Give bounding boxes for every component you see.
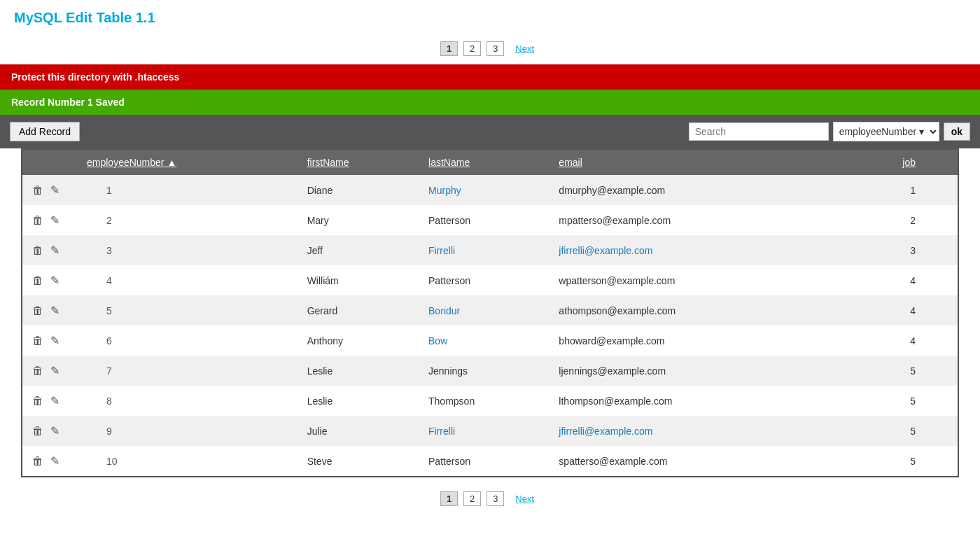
table-row: 🗑 ✎ 8LeslieThompsonlthompson@example.com… — [22, 386, 958, 416]
page-1-top[interactable]: 1 — [440, 41, 458, 56]
table-row: 🗑 ✎ 6AnthonyBowbhoward@example.com4 — [22, 326, 958, 356]
page-1-bottom[interactable]: 1 — [440, 491, 458, 506]
app-title: MySQL Edit Table 1.1 — [0, 0, 980, 36]
alert-red: Protect this directory with .htaccess — [0, 64, 980, 90]
sort-job[interactable]: job — [902, 157, 916, 168]
cell-employeeNumber: 5 — [78, 295, 299, 326]
edit-button[interactable]: ✎ — [49, 302, 61, 318]
cell-email: jfirrelli@example.com — [550, 416, 826, 446]
edit-button[interactable]: ✎ — [49, 453, 61, 469]
table-wrapper: employeeNumber ▲ firstName lastName emai… — [21, 148, 959, 477]
cell-firstName: Leslie — [299, 386, 420, 416]
sort-employeeNumber[interactable]: employeeNumber ▲ — [87, 157, 176, 168]
data-table: employeeNumber ▲ firstName lastName emai… — [22, 150, 958, 476]
cell-lastName: Patterson — [420, 265, 550, 295]
sort-lastName[interactable]: lastName — [428, 157, 470, 168]
delete-button[interactable]: 🗑 — [31, 393, 45, 409]
table-row: 🗑 ✎ 7LeslieJenningsljennings@example.com… — [22, 356, 958, 386]
delete-button[interactable]: 🗑 — [31, 424, 45, 439]
edit-button[interactable]: ✎ — [49, 423, 61, 439]
delete-button[interactable]: 🗑 — [31, 363, 45, 379]
table-row: 🗑 ✎ 3JeffFirrellijfirrelli@example.com3 — [22, 235, 958, 265]
page-3-bottom[interactable]: 3 — [486, 491, 504, 506]
cell-lastName: Bow — [420, 326, 550, 356]
sort-firstName[interactable]: firstName — [307, 157, 349, 168]
delete-button[interactable]: 🗑 — [31, 243, 45, 258]
search-input[interactable] — [689, 122, 829, 141]
cell-lastName: Patterson — [420, 446, 550, 476]
cell-email: mpatterso@example.com — [550, 205, 826, 235]
col-employeeNumber[interactable]: employeeNumber ▲ — [78, 150, 299, 175]
edit-button[interactable]: ✎ — [49, 182, 61, 198]
next-link-top[interactable]: Next — [510, 42, 540, 55]
cell-lastName: Bondur — [420, 295, 550, 326]
col-email[interactable]: email — [550, 150, 826, 175]
cell-job: 1 — [827, 175, 958, 205]
cell-firstName: Steve — [299, 446, 420, 476]
edit-button[interactable]: ✎ — [49, 272, 61, 288]
delete-button[interactable]: 🗑 — [31, 333, 45, 349]
cell-email: bhoward@example.com — [550, 326, 826, 356]
table-row: 🗑 ✎ 2MaryPattersonmpatterso@example.com2 — [22, 205, 958, 235]
cell-job: 4 — [827, 295, 958, 326]
actions-cell: 🗑 ✎ — [22, 356, 78, 386]
page-2-top[interactable]: 2 — [463, 41, 481, 56]
cell-job: 5 — [827, 356, 958, 386]
table-row: 🗑 ✎ 9JulieFirrellijfirrelli@example.com5 — [22, 416, 958, 446]
edit-button[interactable]: ✎ — [49, 212, 61, 228]
cell-employeeNumber: 1 — [78, 175, 299, 205]
table-row: 🗑 ✎ 10StevePattersonspatterso@example.co… — [22, 446, 958, 476]
column-select[interactable]: employeeNumber ▾ firstName lastName emai… — [833, 122, 939, 141]
col-lastName[interactable]: lastName — [420, 150, 550, 175]
actions-cell: 🗑 ✎ — [22, 295, 78, 326]
cell-employeeNumber: 2 — [78, 205, 299, 235]
cell-employeeNumber: 3 — [78, 235, 299, 265]
cell-job: 4 — [827, 265, 958, 295]
actions-cell: 🗑 ✎ — [22, 265, 78, 295]
edit-button[interactable]: ✎ — [49, 363, 61, 379]
cell-employeeNumber: 10 — [78, 446, 299, 476]
page-2-bottom[interactable]: 2 — [463, 491, 481, 506]
cell-job: 2 — [827, 205, 958, 235]
actions-cell: 🗑 ✎ — [22, 446, 78, 476]
cell-lastName: Patterson — [420, 205, 550, 235]
actions-cell: 🗑 ✎ — [22, 205, 78, 235]
add-record-button[interactable]: Add Record — [10, 122, 80, 141]
delete-button[interactable]: 🗑 — [31, 303, 45, 318]
delete-button[interactable]: 🗑 — [31, 454, 45, 469]
cell-firstName: Jeff — [299, 235, 420, 265]
cell-firstName: Leslie — [299, 356, 420, 386]
toolbar: Add Record employeeNumber ▾ firstName la… — [0, 115, 980, 148]
cell-email: spatterso@example.com — [550, 446, 826, 476]
cell-lastName: Firrelli — [420, 416, 550, 446]
cell-email: ljennings@example.com — [550, 356, 826, 386]
cell-email: lthompson@example.com — [550, 386, 826, 416]
page-3-top[interactable]: 3 — [486, 41, 504, 56]
cell-job: 5 — [827, 416, 958, 446]
edit-button[interactable]: ✎ — [49, 242, 61, 258]
actions-cell: 🗑 ✎ — [22, 326, 78, 356]
alert-green: Record Number 1 Saved — [0, 90, 980, 115]
cell-email: jfirrelli@example.com — [550, 235, 826, 265]
delete-button[interactable]: 🗑 — [31, 273, 45, 288]
delete-button[interactable]: 🗑 — [31, 183, 45, 198]
cell-firstName: Gerard — [299, 295, 420, 326]
table-row: 🗑 ✎ 5GerardBondurathompson@example.com4 — [22, 295, 958, 326]
col-job[interactable]: job — [827, 150, 958, 175]
actions-cell: 🗑 ✎ — [22, 235, 78, 265]
col-actions — [22, 150, 78, 175]
col-firstName[interactable]: firstName — [299, 150, 420, 175]
ok-button[interactable]: ok — [944, 122, 970, 141]
cell-job: 5 — [827, 446, 958, 476]
cell-firstName: Diane — [299, 175, 420, 205]
sort-email[interactable]: email — [559, 157, 582, 168]
cell-job: 5 — [827, 386, 958, 416]
cell-email: athompson@example.com — [550, 295, 826, 326]
next-link-bottom[interactable]: Next — [510, 492, 540, 505]
cell-employeeNumber: 4 — [78, 265, 299, 295]
cell-job: 3 — [827, 235, 958, 265]
delete-button[interactable]: 🗑 — [31, 213, 45, 228]
edit-button[interactable]: ✎ — [49, 332, 61, 349]
edit-button[interactable]: ✎ — [49, 393, 61, 409]
table-header-row: employeeNumber ▲ firstName lastName emai… — [22, 150, 958, 175]
